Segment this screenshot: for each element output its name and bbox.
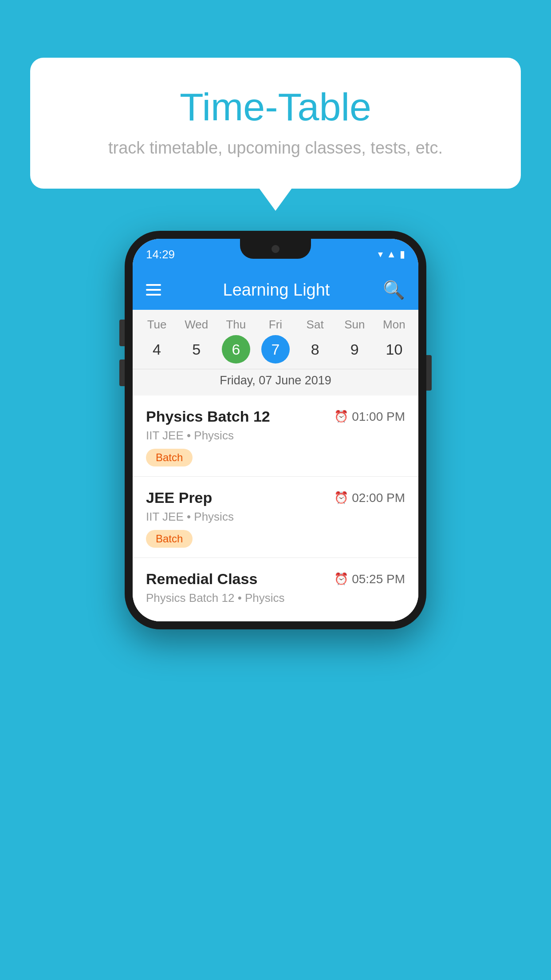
- schedule-item-time: ⏰ 01:00 PM: [334, 410, 405, 424]
- bubble-title: Time-Table: [66, 84, 485, 130]
- hamburger-menu-icon[interactable]: [146, 284, 161, 296]
- battery-icon: ▮: [400, 249, 405, 260]
- volume-down-button: [119, 360, 125, 386]
- schedule-item[interactable]: JEE Prep ⏰ 02:00 PM IIT JEE • Physics Ba…: [133, 477, 418, 558]
- time-label: 02:00 PM: [352, 491, 405, 505]
- schedule-item-title: JEE Prep: [146, 489, 212, 506]
- day-col[interactable]: Sun9: [337, 318, 372, 364]
- speech-bubble-container: Time-Table track timetable, upcoming cla…: [30, 58, 521, 189]
- batch-tag: Batch: [146, 530, 193, 548]
- status-bar: 14:29 ▾ ▲ ▮: [133, 239, 418, 270]
- bubble-subtitle: track timetable, upcoming classes, tests…: [66, 138, 485, 158]
- signal-icon: ▲: [386, 249, 396, 260]
- camera: [272, 245, 279, 253]
- schedule-item-title: Remedial Class: [146, 570, 257, 588]
- schedule-item-time: ⏰ 02:00 PM: [334, 491, 405, 505]
- day-number[interactable]: 6: [222, 335, 250, 364]
- status-icons: ▾ ▲ ▮: [378, 249, 405, 260]
- day-number[interactable]: 9: [340, 335, 369, 364]
- schedule-item-subtitle: IIT JEE • Physics: [146, 429, 405, 443]
- schedule-item-header: JEE Prep ⏰ 02:00 PM: [146, 489, 405, 506]
- schedule-item-subtitle: IIT JEE • Physics: [146, 510, 405, 524]
- day-label: Thu: [226, 318, 246, 332]
- day-col[interactable]: Mon10: [376, 318, 412, 364]
- batch-tag: Batch: [146, 449, 193, 466]
- time-label: 05:25 PM: [352, 572, 405, 586]
- time-label: 01:00 PM: [352, 410, 405, 424]
- power-button: [426, 355, 432, 391]
- day-label: Mon: [383, 318, 405, 332]
- day-col[interactable]: Tue4: [139, 318, 175, 364]
- notch: [240, 239, 311, 259]
- schedule-item-subtitle: Physics Batch 12 • Physics: [146, 591, 405, 605]
- phone-outer: 14:29 ▾ ▲ ▮ Learning Light 🔍: [125, 231, 426, 629]
- status-time: 14:29: [146, 248, 175, 261]
- selected-date-label: Friday, 07 June 2019: [133, 369, 418, 395]
- phone-screen: 14:29 ▾ ▲ ▮ Learning Light 🔍: [133, 239, 418, 621]
- calendar-strip: Tue4Wed5Thu6Fri7Sat8Sun9Mon10 Friday, 07…: [133, 310, 418, 395]
- app-bar: Learning Light 🔍: [133, 270, 418, 310]
- schedule-item-title: Physics Batch 12: [146, 408, 270, 425]
- phone-mockup: 14:29 ▾ ▲ ▮ Learning Light 🔍: [125, 231, 426, 629]
- schedule-item-header: Remedial Class ⏰ 05:25 PM: [146, 570, 405, 588]
- day-number[interactable]: 10: [380, 335, 408, 364]
- day-number[interactable]: 4: [143, 335, 171, 364]
- day-label: Sun: [344, 318, 365, 332]
- day-label: Tue: [147, 318, 167, 332]
- day-label: Fri: [269, 318, 282, 332]
- clock-icon: ⏰: [334, 572, 348, 586]
- day-number[interactable]: 8: [301, 335, 329, 364]
- volume-up-button: [119, 320, 125, 346]
- schedule-item-time: ⏰ 05:25 PM: [334, 572, 405, 586]
- search-icon[interactable]: 🔍: [383, 280, 405, 300]
- clock-icon: ⏰: [334, 491, 348, 505]
- day-label: Sat: [307, 318, 324, 332]
- day-number[interactable]: 5: [182, 335, 211, 364]
- schedule-item[interactable]: Physics Batch 12 ⏰ 01:00 PM IIT JEE • Ph…: [133, 395, 418, 477]
- days-row: Tue4Wed5Thu6Fri7Sat8Sun9Mon10: [133, 318, 418, 369]
- speech-bubble: Time-Table track timetable, upcoming cla…: [30, 58, 521, 189]
- day-col[interactable]: Sat8: [297, 318, 333, 364]
- clock-icon: ⏰: [334, 410, 348, 423]
- schedule-list: Physics Batch 12 ⏰ 01:00 PM IIT JEE • Ph…: [133, 395, 418, 621]
- day-number[interactable]: 7: [261, 335, 290, 364]
- schedule-item-header: Physics Batch 12 ⏰ 01:00 PM: [146, 408, 405, 425]
- day-col[interactable]: Thu6: [218, 318, 254, 364]
- schedule-item[interactable]: Remedial Class ⏰ 05:25 PM Physics Batch …: [133, 558, 418, 621]
- app-bar-title: Learning Light: [170, 281, 383, 300]
- day-label: Wed: [185, 318, 208, 332]
- day-col[interactable]: Fri7: [258, 318, 293, 364]
- wifi-icon: ▾: [378, 249, 383, 260]
- day-col[interactable]: Wed5: [179, 318, 214, 364]
